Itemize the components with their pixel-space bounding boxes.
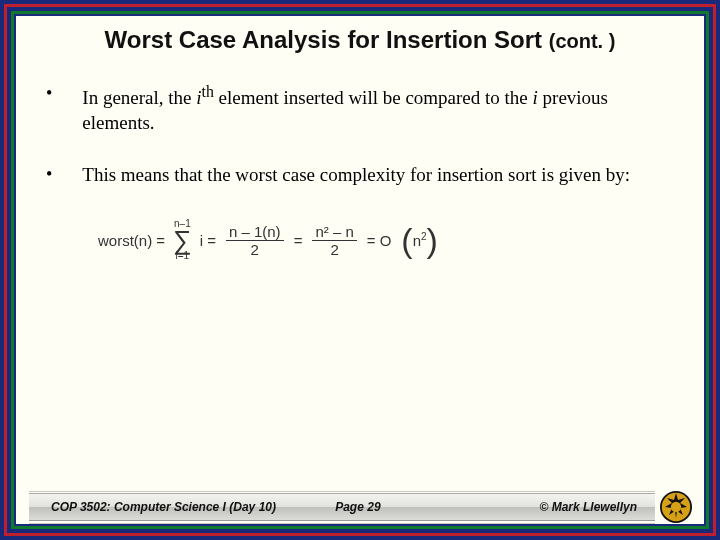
bullet-marker: • <box>46 82 52 135</box>
bullet-text: In general, the ith element inserted wil… <box>82 82 664 135</box>
slide-content: Worst Case Analysis for Insertion Sort (… <box>16 16 704 524</box>
slide: Worst Case Analysis for Insertion Sort (… <box>0 0 720 540</box>
svg-point-2 <box>671 502 681 512</box>
paren-right: ) <box>427 225 438 255</box>
footer-copyright: © Mark Llewellyn <box>539 500 655 514</box>
footer-rule <box>29 523 655 524</box>
sum-variable: i = <box>200 232 216 249</box>
bullet-list: • In general, the ith element inserted w… <box>16 60 704 215</box>
numerator: n – 1(n) <box>226 224 284 240</box>
fraction: n – 1(n) 2 <box>226 224 284 257</box>
footer-page: Page 29 <box>335 500 380 514</box>
numerator: n² – n <box>312 224 356 240</box>
sigma-lower: i=1 <box>176 251 190 261</box>
formula: worst(n) = n–1 ∑ i=1 i = n – 1(n) 2 = n²… <box>16 219 704 261</box>
denominator: 2 <box>248 241 262 257</box>
footer: COP 3502: Computer Science I (Day 10) Pa… <box>13 487 707 527</box>
bullet-text: This means that the worst case complexit… <box>82 163 664 187</box>
ordinal-th: th <box>202 83 214 100</box>
text-fragment: In general, the <box>82 87 196 108</box>
var-n: n <box>413 232 421 249</box>
ucf-logo-icon <box>659 490 693 524</box>
big-o: ( n2 ) <box>401 225 438 255</box>
paren-left: ( <box>401 225 412 255</box>
sigma-icon: n–1 ∑ i=1 <box>173 219 192 261</box>
equals: = <box>294 232 303 249</box>
footer-course: COP 3502: Computer Science I (Day 10) <box>29 500 276 514</box>
formula-lhs: worst(n) = <box>98 232 165 249</box>
footer-rule <box>29 491 655 492</box>
slide-title: Worst Case Analysis for Insertion Sort (… <box>16 16 704 60</box>
bullet-marker: • <box>46 163 52 187</box>
equals-bigO: = O <box>367 232 392 249</box>
bullet-item: • In general, the ith element inserted w… <box>46 82 664 135</box>
sigma-symbol: ∑ <box>173 229 192 251</box>
text-fragment: element inserted will be compared to the <box>214 87 533 108</box>
footer-bar: COP 3502: Computer Science I (Day 10) Pa… <box>29 493 655 521</box>
title-main: Worst Case Analysis for Insertion Sort <box>105 26 542 53</box>
title-cont: (cont. ) <box>549 30 616 52</box>
bullet-item: • This means that the worst case complex… <box>46 163 664 187</box>
denominator: 2 <box>327 241 341 257</box>
fraction: n² – n 2 <box>312 224 356 257</box>
n-squared: n2 <box>413 231 427 249</box>
